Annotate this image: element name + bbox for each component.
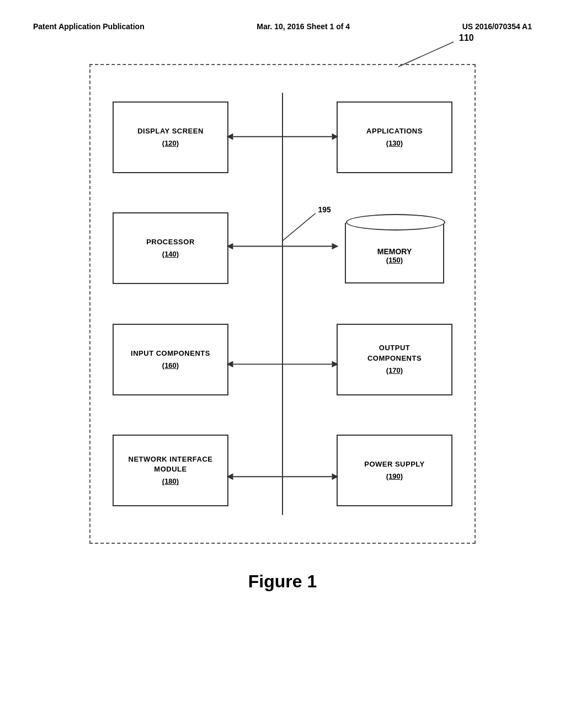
figure-caption: Figure 1 xyxy=(33,571,532,592)
input-components-label: INPUT COMPONENTS xyxy=(131,349,210,358)
applications-label: APPLICATIONS xyxy=(366,126,423,136)
applications-number: (130) xyxy=(386,138,403,148)
inner-content: DISPLAY SCREEN (120) APPLICATIONS (130) … xyxy=(90,65,475,543)
memory-cylinder: MEMORY (150) xyxy=(337,207,452,290)
applications-box: APPLICATIONS (130) xyxy=(337,101,452,173)
output-components-label: OUTPUTCOMPONENTS xyxy=(367,343,422,363)
svg-line-0 xyxy=(398,42,454,67)
output-components-box: OUTPUTCOMPONENTS (170) xyxy=(337,324,452,395)
row-1: DISPLAY SCREEN (120) APPLICATIONS (130) xyxy=(113,90,452,184)
output-components-number: (170) xyxy=(386,366,403,376)
page: Patent Application Publication Mar. 10, … xyxy=(0,0,565,728)
memory-label: MEMORY (150) xyxy=(377,247,412,264)
network-interface-box: NETWORK INTERFACEMODULE (180) xyxy=(113,435,228,506)
svg-text:110: 110 xyxy=(459,33,474,42)
power-supply-box: POWER SUPPLY (190) xyxy=(337,435,452,506)
row-3: INPUT COMPONENTS (160) OUTPUTCOMPONENTS … xyxy=(113,313,452,406)
page-header: Patent Application Publication Mar. 10, … xyxy=(33,22,532,31)
header-right: US 2016/070354 A1 xyxy=(462,22,532,31)
processor-label: PROCESSOR xyxy=(146,237,195,247)
row-2: PROCESSOR (140) MEMORY (150) xyxy=(113,201,452,295)
input-components-number: (160) xyxy=(162,361,179,371)
cylinder-body: MEMORY (150) xyxy=(345,223,444,283)
power-supply-label: POWER SUPPLY xyxy=(364,459,425,469)
row-4: NETWORK INTERFACEMODULE (180) POWER SUPP… xyxy=(113,424,452,517)
cylinder-top xyxy=(346,214,445,231)
display-screen-label: DISPLAY SCREEN xyxy=(137,126,204,136)
diagram-area: 110 195 xyxy=(56,64,509,544)
network-interface-number: (180) xyxy=(162,477,179,486)
display-screen-number: (120) xyxy=(162,138,179,148)
header-left: Patent Application Publication xyxy=(33,22,145,31)
input-components-box: INPUT COMPONENTS (160) xyxy=(113,324,228,395)
power-supply-number: (190) xyxy=(386,472,403,481)
system-box: 195 xyxy=(89,64,476,544)
network-interface-label: NETWORK INTERFACEMODULE xyxy=(129,454,213,474)
display-screen-box: DISPLAY SCREEN (120) xyxy=(113,101,228,173)
header-center: Mar. 10, 2016 Sheet 1 of 4 xyxy=(257,22,350,31)
processor-box: PROCESSOR (140) xyxy=(113,212,228,284)
processor-number: (140) xyxy=(162,249,179,259)
